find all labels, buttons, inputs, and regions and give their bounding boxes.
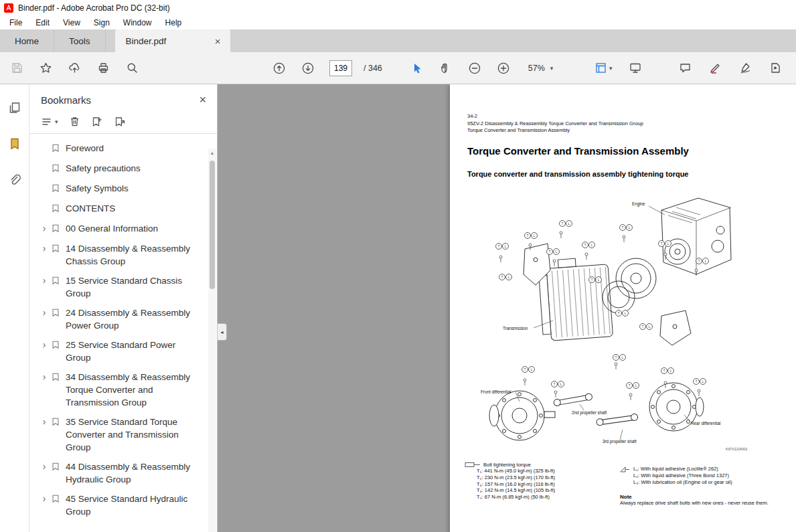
select-tool-button[interactable] <box>406 57 428 80</box>
chevron-right-icon[interactable]: › <box>37 371 51 383</box>
page-number-input[interactable] <box>329 60 352 76</box>
search-button[interactable] <box>121 57 143 80</box>
chevron-right-icon[interactable]: › <box>37 222 51 235</box>
chevron-down-icon: ▾ <box>609 65 613 72</box>
bookmark-label: Safety Symbols <box>66 182 196 195</box>
bookmark-icon <box>51 202 66 215</box>
cloud-upload-button[interactable] <box>63 57 86 80</box>
chevron-right-icon[interactable]: › <box>37 416 51 428</box>
bookmark-icon <box>51 416 66 429</box>
bookmark-item[interactable]: ›00 General Information <box>37 219 214 239</box>
menu-window[interactable]: Window <box>116 18 159 27</box>
menu-file[interactable]: File <box>3 18 29 27</box>
tabbar: Home Tools Binder.pdf × <box>0 29 796 52</box>
bookmark-item[interactable]: ›25 Service Standard Power Group <box>37 335 214 367</box>
print-button[interactable] <box>92 57 114 80</box>
collapse-panel-button[interactable]: ◄ <box>218 323 227 341</box>
note-text: Always replace drive shaft bolts with ne… <box>620 500 779 507</box>
tab-home[interactable]: Home <box>0 29 54 52</box>
acrobat-window: Binder.pdf - Adobe Acrobat Pro DC (32-bi… <box>0 0 796 532</box>
bookmark-item[interactable]: ›24 Disassembly & Reassembly Power Group <box>37 303 214 335</box>
bookmark-item[interactable]: ›35 Service Standard Torque Converter an… <box>37 412 214 457</box>
transmission-label: Transmission <box>503 326 528 331</box>
bookmark-icon <box>51 182 66 195</box>
figure-code: K97V2J24001 <box>726 447 748 451</box>
bookmark-item[interactable]: Safety precautions <box>37 159 214 179</box>
bookmark-options-menu-button[interactable]: ▾ <box>41 116 58 127</box>
comment-button[interactable] <box>673 57 696 80</box>
close-panel-icon[interactable]: × <box>196 93 209 107</box>
bookmark-icon <box>51 142 66 155</box>
adhesive-legend-items: L₁: With liquid adhesive (Loctite® 262)L… <box>633 466 732 485</box>
bookmark-label: 25 Service Standard Power Group <box>66 339 196 364</box>
attachments-button[interactable] <box>4 170 25 190</box>
torque-legend-item: T₁: 441 N-m (45.0 kgf-m) (325 lb-ft) <box>477 468 555 474</box>
tab-document[interactable]: Binder.pdf × <box>115 29 230 52</box>
chevron-right-icon[interactable]: › <box>37 460 51 473</box>
menu-edit[interactable]: Edit <box>29 18 56 27</box>
bookmark-item[interactable]: ›34 Disassembly & Reassembly Torque Conv… <box>37 367 214 412</box>
bookmark-list: ForewordSafety precautionsSafety Symbols… <box>29 134 217 522</box>
zoom-level-dropdown[interactable]: 57% ▾ <box>522 61 560 76</box>
torque-legend-item: T₅: 67 N-m (6.85 kgf-m) (50 lb-ft) <box>477 494 555 501</box>
bookmark-item[interactable]: ›14 Disassembly & Reassembly Chassis Gro… <box>37 239 214 271</box>
scroll-up-icon[interactable]: ▲ <box>208 149 216 158</box>
menu-help[interactable]: Help <box>159 18 189 27</box>
save-button[interactable] <box>5 57 28 80</box>
page-thumbnails-button[interactable] <box>4 98 25 118</box>
torque-converter-drawing <box>616 258 656 298</box>
chevron-right-icon[interactable]: › <box>37 306 51 319</box>
chevron-right-icon[interactable]: › <box>37 339 51 351</box>
adhesive-symbol-icon <box>620 466 631 472</box>
chevron-right-icon[interactable]: › <box>37 493 51 505</box>
chevron-right-icon[interactable]: › <box>37 242 51 255</box>
panel-title: Bookmarks <box>41 94 91 106</box>
bookmark-item[interactable]: CONTENTS <box>37 199 214 219</box>
star-favorite-button[interactable] <box>34 57 57 80</box>
tab-tools[interactable]: Tools <box>54 29 106 52</box>
bookmark-label: 24 Disassembly & Reassembly Power Group <box>66 306 196 332</box>
share-button[interactable] <box>764 57 787 80</box>
second-propeller-label: 2nd propeller shaft <box>572 410 607 416</box>
zoom-out-button[interactable] <box>463 57 486 80</box>
collapse-left-icon: ◄ <box>220 330 224 335</box>
chevron-down-icon: ▾ <box>55 118 58 125</box>
bookmarks-scrollbar[interactable]: ▲ <box>208 149 216 532</box>
bookmark-item[interactable]: Foreword <box>37 139 214 159</box>
next-page-button[interactable] <box>297 57 319 80</box>
bookmark-label: 00 General Information <box>66 222 196 235</box>
engine-drawing <box>661 198 731 274</box>
menu-sign[interactable]: Sign <box>87 18 116 27</box>
fill-sign-button[interactable] <box>734 57 757 80</box>
highlight-button[interactable] <box>704 57 726 80</box>
window-title: Binder.pdf - Adobe Acrobat Pro DC (32-bi… <box>18 3 170 13</box>
torque-legend-title: Bolt tightening torque <box>483 462 531 468</box>
bookmark-item[interactable]: ›15 Service Standard Chassis Group <box>37 271 214 303</box>
hand-tool-button[interactable] <box>434 57 457 80</box>
bookmarks-panel-button[interactable] <box>4 134 25 154</box>
new-bookmark-button[interactable] <box>91 116 103 127</box>
third-propeller-label: 3rd propeller shaft <box>603 439 637 444</box>
scrollbar-thumb[interactable] <box>210 161 215 289</box>
torque-legend-item: T₃: 157 N-m (16.0 kgf-m) (116 lb-ft) <box>477 481 555 488</box>
bookmark-item[interactable]: ›44 Disassembly & Reassembly Hydraulic G… <box>37 457 214 489</box>
exploded-diagram: T L <box>461 185 775 452</box>
page-header: 34-2 95ZV-2 Disassembly & Reassembly Tor… <box>467 113 643 135</box>
document-tab-label: Binder.pdf <box>126 36 167 46</box>
bookmark-icon <box>51 222 66 236</box>
zoom-in-button[interactable] <box>492 57 515 80</box>
menu-view[interactable]: View <box>56 18 87 27</box>
delete-bookmark-button[interactable] <box>69 116 80 127</box>
bookmark-item[interactable]: › <box>37 521 214 522</box>
previous-page-button[interactable] <box>268 57 291 80</box>
chevron-right-icon[interactable]: › <box>37 274 51 287</box>
bookmark-item[interactable]: ›45 Service Standard Hydraulic Group <box>37 489 214 521</box>
expand-current-bookmark-button[interactable] <box>114 116 126 127</box>
torque-legend: Bolt tightening torque T₁: 441 N-m (45.0… <box>465 462 555 501</box>
bookmark-item[interactable]: Safety Symbols <box>37 179 214 199</box>
tab-home-label: Home <box>15 36 39 46</box>
page-fit-dropdown-button[interactable]: ▾ <box>588 57 618 80</box>
fullscreen-presentation-button[interactable] <box>624 57 647 80</box>
close-tab-icon[interactable]: × <box>212 35 224 47</box>
rear-differential-label: Rear differential <box>691 421 720 426</box>
